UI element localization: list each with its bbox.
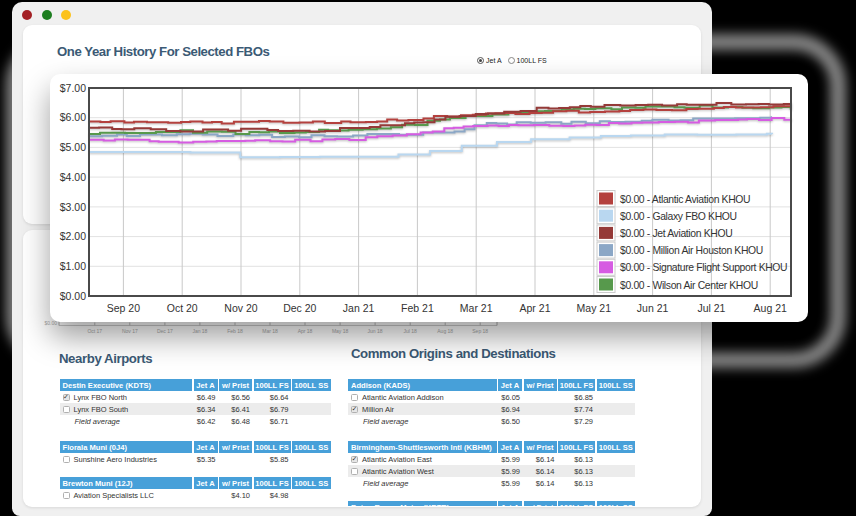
svg-text:$0.00 - Atlantic Aviation KHOU: $0.00 - Atlantic Aviation KHOU [620, 194, 750, 205]
svg-text:$7.00: $7.00 [60, 82, 86, 94]
svg-text:Aug 21: Aug 21 [754, 302, 787, 314]
svg-text:$3.00: $3.00 [60, 201, 86, 213]
svg-text:Sep 18: Sep 18 [472, 328, 488, 334]
svg-text:May 21: May 21 [577, 302, 612, 314]
svg-text:$0.00 - Jet Aviation KHOU: $0.00 - Jet Aviation KHOU [620, 228, 732, 239]
svg-text:Oct 17: Oct 17 [87, 328, 102, 334]
svg-text:Nov 20: Nov 20 [224, 302, 257, 314]
svg-text:Oct 20: Oct 20 [167, 302, 198, 314]
svg-text:$0.00 - Signature Flight Suppo: $0.00 - Signature Flight Support KHOU [620, 262, 787, 273]
svg-text:Sep 20: Sep 20 [107, 302, 140, 314]
svg-text:$0.00 - Wilson Air Center KHOU: $0.00 - Wilson Air Center KHOU [620, 280, 758, 291]
svg-text:Jun 18: Jun 18 [368, 328, 383, 334]
svg-text:Jul 18: Jul 18 [404, 328, 418, 334]
svg-text:Apr 18: Apr 18 [298, 328, 313, 334]
svg-text:$2.00: $2.00 [60, 230, 86, 242]
svg-text:$4.00: $4.00 [60, 171, 86, 183]
svg-text:$0.00 - Galaxy FBO KHOU: $0.00 - Galaxy FBO KHOU [620, 211, 737, 222]
svg-text:$1.00: $1.00 [60, 260, 86, 272]
svg-text:Nov 17: Nov 17 [122, 328, 138, 334]
svg-text:May 18: May 18 [332, 328, 349, 334]
svg-text:Jun 21: Jun 21 [637, 302, 669, 314]
svg-text:Dec 17: Dec 17 [157, 328, 173, 334]
svg-text:$6.00: $6.00 [60, 111, 86, 123]
svg-text:$0.00 - Million Air Houston KH: $0.00 - Million Air Houston KHOU [620, 245, 763, 256]
svg-text:$5.00: $5.00 [60, 141, 86, 153]
svg-text:Feb 18: Feb 18 [227, 328, 243, 334]
svg-text:Jan 18: Jan 18 [192, 328, 207, 334]
svg-text:Mar 18: Mar 18 [262, 328, 278, 334]
svg-text:Mar 21: Mar 21 [460, 302, 493, 314]
svg-text:Dec 20: Dec 20 [283, 302, 316, 314]
svg-text:Apr 21: Apr 21 [520, 302, 551, 314]
svg-text:Jan 21: Jan 21 [343, 302, 375, 314]
svg-text:Jul 21: Jul 21 [697, 302, 725, 314]
svg-text:Feb 21: Feb 21 [401, 302, 434, 314]
svg-text:$0.00: $0.00 [60, 290, 86, 302]
svg-text:Aug 18: Aug 18 [437, 328, 453, 334]
